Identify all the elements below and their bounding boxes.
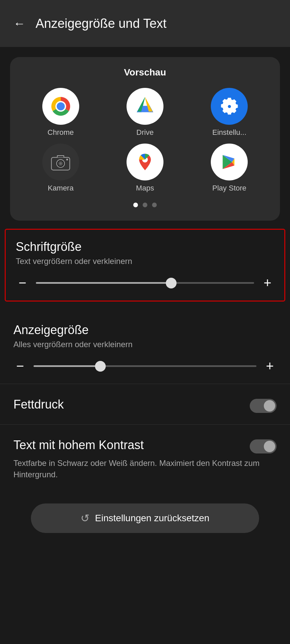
apps-grid: Chrome Drive (20, 88, 270, 193)
font-size-increase-button[interactable]: + (261, 275, 274, 290)
bold-toggle[interactable] (250, 399, 277, 413)
svg-point-16 (66, 159, 68, 160)
chrome-label: Chrome (48, 128, 74, 137)
list-item: Maps (104, 144, 185, 193)
camera-label: Kamera (48, 184, 74, 193)
settings-label: Einstellu... (212, 128, 247, 137)
high-contrast-toggle-knob (264, 441, 275, 452)
bold-toggle-row: Fettdruck (13, 397, 277, 414)
display-size-slider[interactable] (34, 360, 256, 373)
display-size-increase-button[interactable]: + (263, 359, 277, 374)
maps-app-icon[interactable] (127, 144, 163, 180)
display-size-title: Anzeigegröße (13, 323, 277, 337)
font-size-title: Schriftgröße (16, 240, 274, 254)
display-size-decrease-button[interactable]: − (13, 359, 27, 374)
bold-section: Fettdruck (0, 384, 290, 424)
list-item: Drive (104, 88, 185, 137)
dot-3[interactable] (152, 203, 157, 207)
list-item: Kamera (20, 144, 101, 193)
dot-2[interactable] (143, 203, 147, 207)
maps-label: Maps (136, 184, 154, 193)
font-size-subtitle: Text vergrößern oder verkleinern (16, 257, 274, 266)
preview-card: Vorschau Chrome (10, 57, 280, 221)
list-item: Chrome (20, 88, 101, 137)
preview-title: Vorschau (20, 67, 270, 78)
high-contrast-toggle-row: Text mit hohem Kontrast (13, 438, 277, 455)
display-size-subtitle: Alles vergrößern oder verkleinern (13, 340, 277, 349)
font-size-decrease-button[interactable]: − (16, 275, 29, 290)
pagination-dots (20, 203, 270, 207)
playstore-app-icon[interactable] (211, 144, 248, 180)
svg-point-15 (59, 162, 62, 165)
bold-title: Fettdruck (13, 397, 64, 412)
display-size-slider-row: − + (13, 359, 277, 374)
list-item: Play Store (189, 144, 270, 193)
list-item: Einstellu... (189, 88, 270, 137)
playstore-label: Play Store (212, 184, 247, 193)
drive-app-icon[interactable] (127, 88, 163, 125)
settings-app-icon[interactable] (211, 88, 248, 125)
font-size-slider-row: − + (16, 275, 274, 290)
reset-settings-button[interactable]: ↺ Einstellungen zurücksetzen (31, 503, 259, 533)
svg-point-3 (57, 102, 65, 110)
reset-button-area: ↺ Einstellungen zurücksetzen (0, 490, 290, 553)
back-button[interactable]: ← (13, 16, 26, 31)
high-contrast-title: Text mit hohem Kontrast (13, 438, 144, 452)
high-contrast-toggle[interactable] (250, 439, 277, 453)
high-contrast-section: Text mit hohem Kontrast Textfarbe in Sch… (0, 425, 290, 490)
font-size-slider[interactable] (36, 276, 254, 290)
camera-app-icon[interactable] (42, 144, 79, 180)
font-size-section: Schriftgröße Text vergrößern oder verkle… (5, 229, 285, 302)
display-size-section: Anzeigegröße Alles vergrößern oder verkl… (0, 310, 290, 384)
bold-toggle-knob (264, 400, 275, 412)
high-contrast-subtitle: Textfarbe in Schwarz oder Weiß ändern. M… (13, 458, 277, 480)
top-bar: ← Anzeigegröße und Text (0, 0, 290, 47)
reset-button-label: Einstellungen zurücksetzen (95, 513, 209, 524)
reset-icon: ↺ (81, 512, 90, 525)
page-title: Anzeigegröße und Text (36, 16, 166, 31)
dot-1[interactable] (133, 203, 138, 207)
drive-label: Drive (136, 128, 153, 137)
chrome-app-icon[interactable] (42, 88, 79, 125)
